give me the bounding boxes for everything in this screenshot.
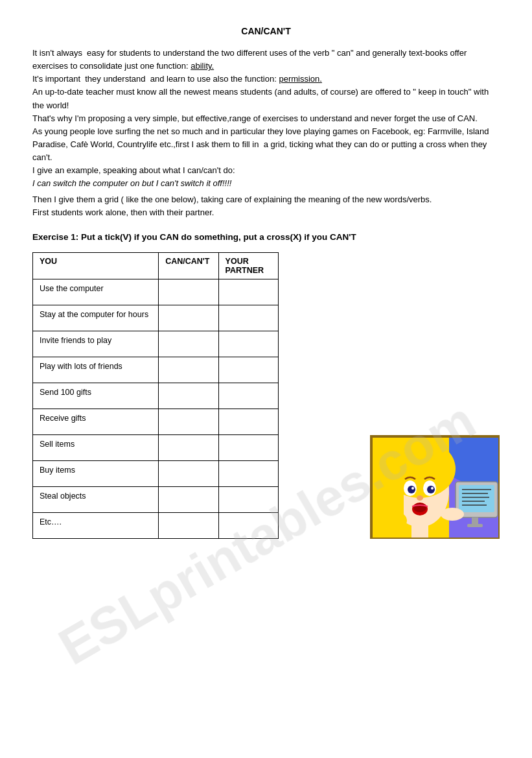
row-label-etc: Etc…. — [33, 512, 159, 538]
svg-point-11 — [427, 486, 435, 493]
row-label-receive-gifts: Receive gifts — [33, 409, 159, 434]
svg-point-10 — [408, 486, 415, 493]
table-row: Invite friends to play — [33, 331, 279, 357]
row-label-sell-items: Sell items — [33, 434, 159, 460]
row-cancant-invite-friends — [159, 331, 218, 357]
intro-para4: That's why I'm proposing a very simple, … — [32, 112, 500, 125]
table-row: Sell items — [33, 434, 279, 460]
row-partner-steal-objects — [218, 486, 278, 512]
intro-para8: First students work alone, then with the… — [32, 206, 500, 219]
col-header-cancant: CAN/CAN'T — [159, 252, 218, 279]
svg-point-12 — [411, 487, 414, 490]
table-row: Receive gifts — [33, 409, 279, 434]
row-partner-receive-gifts — [218, 409, 278, 434]
permission-underline: permission. — [279, 74, 321, 84]
intro-para7: Then I give them a grid ( like the one b… — [32, 193, 500, 206]
col-header-you: YOU — [33, 252, 159, 279]
table-row: Send 100 gifts — [33, 383, 279, 409]
svg-rect-17 — [411, 524, 428, 539]
row-partner-play-lots — [218, 357, 278, 383]
exercise-title: Exercise 1: Put a tick(V) if you CAN do … — [32, 232, 500, 242]
table-row: Stay at the computer for hours — [33, 305, 279, 331]
row-label-stay-computer: Stay at the computer for hours — [33, 305, 159, 331]
intro-para6: I give an example, speaking about what I… — [32, 164, 500, 177]
row-cancant-steal-objects — [159, 486, 218, 512]
row-partner-sell-items — [218, 434, 278, 460]
italic-line: I can switch the computer on but I can't… — [32, 177, 500, 190]
intro-section: It isn't always easy for students to und… — [32, 47, 500, 219]
table-row: Steal objects — [33, 486, 279, 512]
svg-point-14 — [417, 495, 423, 501]
svg-rect-26 — [467, 524, 483, 527]
row-cancant-receive-gifts — [159, 409, 218, 434]
row-partner-invite-friends — [218, 331, 278, 357]
intro-para2: It's important they understand and learn… — [32, 73, 500, 86]
comic-illustration — [370, 435, 500, 539]
row-label-send-gifts: Send 100 gifts — [33, 383, 159, 409]
table-section: YOU CAN/CAN'T YOURPARTNER Use the comput… — [32, 252, 500, 539]
svg-point-13 — [431, 487, 434, 490]
row-label-buy-items: Buy items — [33, 460, 159, 486]
row-cancant-etc — [159, 512, 218, 538]
table-row: Etc…. — [33, 512, 279, 538]
row-label-use-computer: Use the computer — [33, 279, 159, 305]
image-container — [357, 369, 500, 539]
row-label-play-lots: Play with lots of friends — [33, 357, 159, 383]
table-row: Use the computer — [33, 279, 279, 305]
intro-para5: As young people love surfing the net so … — [32, 125, 500, 164]
row-cancant-send-gifts — [159, 383, 218, 409]
row-partner-stay-computer — [218, 305, 278, 331]
row-label-invite-friends: Invite friends to play — [33, 331, 159, 357]
row-partner-etc — [218, 512, 278, 538]
row-label-steal-objects: Steal objects — [33, 486, 159, 512]
intro-para3: An up-to-date teacher must know all the … — [32, 86, 500, 112]
row-cancant-sell-items — [159, 434, 218, 460]
comic-svg — [371, 436, 500, 539]
svg-point-7 — [381, 511, 407, 530]
row-partner-use-computer — [218, 279, 278, 305]
row-partner-send-gifts — [218, 383, 278, 409]
row-cancant-use-computer — [159, 279, 218, 305]
exercise-table: YOU CAN/CAN'T YOURPARTNER Use the comput… — [32, 252, 279, 539]
row-cancant-play-lots — [159, 357, 218, 383]
row-partner-buy-items — [218, 460, 278, 486]
row-cancant-stay-computer — [159, 305, 218, 331]
table-row: Play with lots of friends — [33, 357, 279, 383]
page-title: CAN/CAN'T — [32, 26, 500, 36]
ability-underline: ability. — [191, 61, 214, 71]
intro-para1: It isn't always easy for students to und… — [32, 47, 500, 73]
table-row: Buy items — [33, 460, 279, 486]
table-container: YOU CAN/CAN'T YOURPARTNER Use the comput… — [32, 252, 357, 539]
svg-rect-28 — [441, 511, 454, 516]
col-header-partner: YOURPARTNER — [218, 252, 278, 279]
row-cancant-buy-items — [159, 460, 218, 486]
